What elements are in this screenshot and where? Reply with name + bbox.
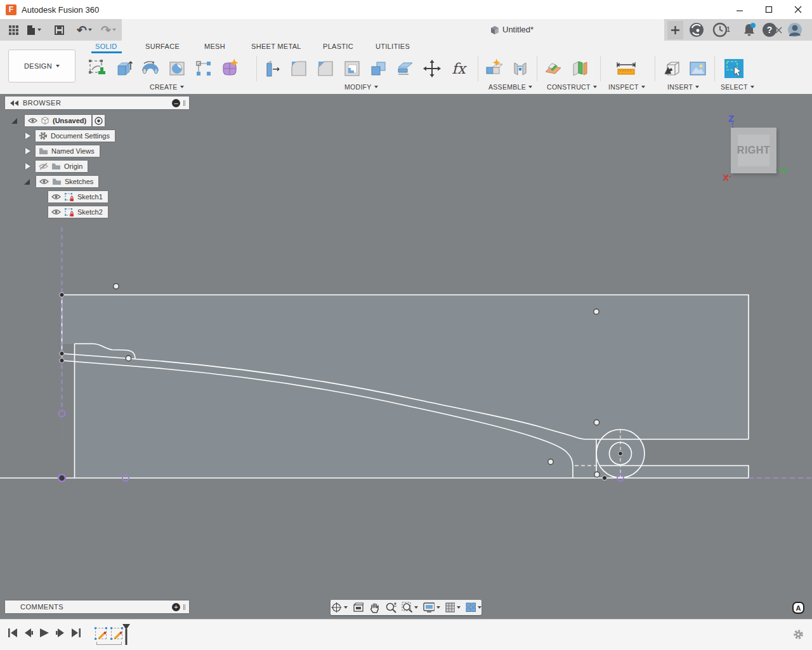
file-menu-button[interactable] [24, 17, 43, 43]
create-group-label[interactable]: CREATE [150, 83, 184, 91]
document-tab[interactable]: Untitled* [122, 19, 664, 41]
collapse-panel-icon[interactable] [10, 100, 19, 106]
expand-closed-icon[interactable] [25, 163, 30, 169]
visibility-eye-icon[interactable] [28, 117, 37, 124]
hole-button[interactable] [164, 55, 190, 82]
grid-dropdown-caret[interactable] [457, 606, 461, 609]
comments-panel-header[interactable]: COMMENTS + [5, 600, 189, 613]
timeline-step-back-button[interactable] [24, 628, 34, 638]
activate-component-radio[interactable] [93, 115, 105, 126]
grid-snap-icon[interactable] [445, 602, 455, 613]
zoom-window-dropdown-caret[interactable] [414, 606, 418, 609]
canvas-button[interactable] [684, 55, 711, 82]
modify-group-label[interactable]: MODIFY [344, 83, 378, 91]
timeline-play-button[interactable] [39, 628, 49, 638]
panel-grip-handle[interactable] [183, 604, 185, 610]
tab-sheet-metal[interactable]: SHEET METAL [251, 43, 301, 53]
timeline-feature-sketch1[interactable] [95, 628, 107, 639]
new-tab-button[interactable] [667, 21, 683, 39]
visibility-eye-icon[interactable] [39, 178, 49, 185]
timeline-settings-gear-icon[interactable] [793, 629, 804, 640]
measure-button[interactable] [613, 55, 639, 82]
expand-open-icon[interactable] [24, 179, 30, 185]
joint-button[interactable] [507, 55, 534, 82]
timeline-feature-sketch2[interactable] [111, 628, 122, 639]
help-button[interactable]: ? [762, 22, 777, 37]
assemble-group-label[interactable]: ASSEMBLE [488, 83, 532, 91]
zoom-icon[interactable] [385, 602, 396, 613]
user-avatar[interactable] [787, 22, 802, 37]
display-settings-icon[interactable] [423, 602, 435, 613]
inspect-group-label[interactable]: INSPECT [608, 83, 645, 91]
visibility-off-eye-icon[interactable] [39, 162, 48, 170]
extensions-button[interactable] [689, 22, 704, 37]
create-form-button[interactable] [217, 55, 244, 82]
visibility-eye-icon[interactable] [51, 194, 61, 200]
timeline-position-marker[interactable] [122, 623, 131, 645]
look-at-icon[interactable] [353, 602, 363, 613]
browser-row-sketch1[interactable]: Sketch1 [48, 191, 108, 202]
browser-row-origin[interactable]: Origin [25, 161, 88, 172]
job-status-button[interactable] [712, 22, 728, 37]
browser-row-sketches[interactable]: Sketches [24, 176, 98, 187]
zoom-window-icon[interactable] [402, 602, 412, 613]
change-parameters-button[interactable]: fx [445, 55, 472, 82]
insert-derive-button[interactable] [658, 55, 684, 82]
display-dropdown-caret[interactable] [436, 606, 440, 609]
select-button[interactable] [721, 55, 747, 82]
fillet-button[interactable] [285, 55, 312, 82]
visibility-eye-icon[interactable] [51, 209, 61, 215]
combine-button[interactable] [365, 55, 392, 82]
notifications-button[interactable] [742, 22, 757, 37]
maximize-button[interactable] [754, 0, 783, 19]
orbit-icon[interactable] [331, 602, 342, 613]
insert-group-label[interactable]: INSERT [667, 83, 699, 91]
create-sketch-button[interactable] [84, 55, 110, 82]
revolve-button[interactable] [137, 55, 164, 82]
move-copy-button[interactable] [419, 55, 445, 82]
browser-row-named-views[interactable]: Named Views [25, 145, 100, 157]
plane-at-angle-button[interactable] [566, 55, 593, 82]
fillet-icon [289, 58, 309, 79]
panel-minimize-icon[interactable]: – [172, 99, 180, 107]
action-badge[interactable]: A [792, 602, 804, 614]
panel-grip-handle[interactable] [183, 100, 185, 106]
tab-mesh[interactable]: MESH [204, 43, 225, 53]
minimize-button[interactable] [725, 0, 754, 19]
expand-open-icon[interactable] [11, 118, 17, 124]
expand-closed-icon[interactable] [25, 148, 30, 154]
offset-face-button[interactable] [392, 55, 419, 82]
chamfer-button[interactable] [312, 55, 339, 82]
workspace-selector[interactable]: DESIGN [8, 50, 75, 83]
redo-button[interactable]: ↷ [98, 17, 119, 43]
tab-surface[interactable]: SURFACE [145, 43, 180, 53]
orbit-dropdown-caret[interactable] [344, 606, 348, 609]
pan-hand-icon[interactable] [369, 602, 379, 613]
tab-utilities[interactable]: UTILITIES [376, 43, 410, 53]
expand-closed-icon[interactable] [25, 133, 30, 139]
undo-button[interactable]: ↶ [74, 17, 95, 43]
save-button[interactable] [49, 17, 69, 43]
view-cube[interactable]: RIGHT [731, 128, 776, 173]
construct-group-label[interactable]: CONSTRUCT [547, 83, 597, 91]
shell-button[interactable] [339, 55, 365, 82]
comments-expand-icon[interactable]: + [172, 603, 180, 611]
viewports-dropdown-caret[interactable] [478, 606, 481, 609]
browser-panel-header[interactable]: BROWSER – [5, 96, 189, 109]
app-grid-button[interactable] [5, 17, 22, 43]
timeline-step-forward-button[interactable] [55, 628, 65, 638]
browser-row-root[interactable]: (Unsaved) [11, 115, 105, 126]
extrude-button[interactable] [110, 55, 137, 82]
select-group-label[interactable]: SELECT [721, 83, 754, 91]
timeline-go-to-end-button[interactable] [71, 628, 81, 638]
close-button[interactable] [783, 0, 812, 19]
viewports-icon[interactable] [466, 602, 476, 613]
press-pull-button[interactable] [259, 55, 285, 82]
timeline-go-to-start-button[interactable] [8, 628, 18, 638]
offset-plane-button[interactable] [540, 55, 566, 82]
pattern-button[interactable] [190, 55, 217, 82]
browser-row-sketch2[interactable]: Sketch2 [48, 206, 108, 218]
new-component-button[interactable] [480, 55, 507, 82]
tab-plastic[interactable]: PLASTIC [323, 43, 353, 53]
browser-row-document-settings[interactable]: Document Settings [25, 130, 115, 142]
